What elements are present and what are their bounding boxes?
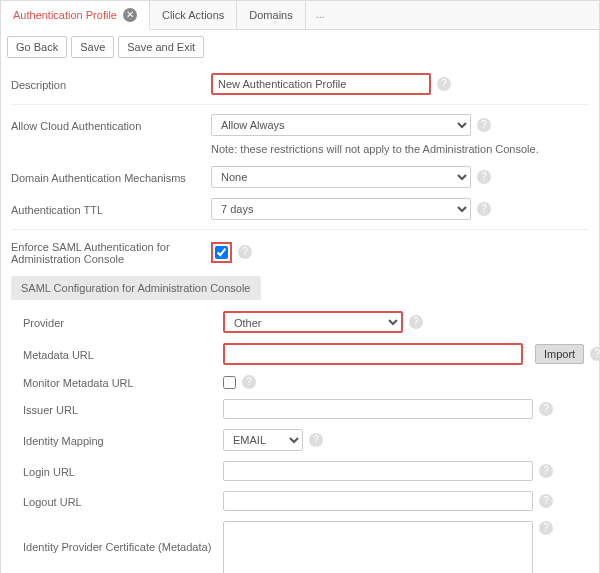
close-icon[interactable]: ✕ (123, 8, 137, 22)
help-icon[interactable]: ? (590, 347, 600, 361)
label-domain-auth-mech: Domain Authentication Mechanisms (11, 170, 211, 184)
identity-mapping-select[interactable]: EMAIL (223, 429, 303, 451)
help-icon[interactable]: ? (238, 245, 252, 259)
label-identity-mapping: Identity Mapping (23, 433, 223, 447)
tab-domains[interactable]: Domains (237, 1, 305, 29)
description-input[interactable] (211, 73, 431, 95)
help-icon[interactable]: ? (539, 521, 553, 535)
label-monitor-metadata-url: Monitor Metadata URL (23, 375, 223, 389)
provider-select[interactable]: Other (223, 311, 403, 333)
label-login-url: Login URL (23, 464, 223, 478)
label-metadata-url: Metadata URL (23, 347, 223, 361)
tab-click-actions[interactable]: Click Actions (150, 1, 237, 29)
monitor-metadata-url-checkbox[interactable] (223, 376, 236, 389)
tab-label: Domains (249, 9, 292, 21)
label-description: Description (11, 77, 211, 91)
save-button[interactable]: Save (71, 36, 114, 58)
help-icon[interactable]: ? (477, 202, 491, 216)
help-icon[interactable]: ? (309, 433, 323, 447)
enforce-saml-highlight (211, 242, 232, 263)
domain-auth-mech-select[interactable]: None (211, 166, 471, 188)
auth-ttl-select[interactable]: 7 days (211, 198, 471, 220)
saml-config-header: SAML Configuration for Administration Co… (11, 276, 261, 300)
tab-bar: Authentication Profile ✕ Click Actions D… (1, 1, 599, 30)
label-logout-url: Logout URL (23, 494, 223, 508)
help-icon[interactable]: ? (539, 494, 553, 508)
import-button[interactable]: Import (535, 344, 584, 364)
tab-label: Authentication Profile (13, 9, 117, 21)
idp-cert-textarea[interactable] (223, 521, 533, 573)
save-and-exit-button[interactable]: Save and Exit (118, 36, 204, 58)
tab-authentication-profile[interactable]: Authentication Profile ✕ (1, 1, 150, 30)
enforce-saml-checkbox[interactable] (215, 246, 228, 259)
help-icon[interactable]: ? (409, 315, 423, 329)
help-icon[interactable]: ? (477, 170, 491, 184)
allow-cloud-auth-select[interactable]: Allow Always (211, 114, 471, 136)
go-back-button[interactable]: Go Back (7, 36, 67, 58)
label-idp-cert: Identity Provider Certificate (Metadata) (23, 521, 223, 553)
help-icon[interactable]: ? (477, 118, 491, 132)
metadata-url-input[interactable] (223, 343, 523, 365)
form-area: Description ? Allow Cloud Authentication… (1, 64, 599, 573)
label-allow-cloud-auth: Allow Cloud Authentication (11, 118, 211, 132)
help-icon[interactable]: ? (437, 77, 451, 91)
label-auth-ttl: Authentication TTL (11, 202, 211, 216)
cloud-auth-note: Note: these restrictions will not apply … (211, 141, 589, 161)
tab-more[interactable]: ... (306, 1, 335, 29)
saml-config-block: Provider Other ? Metadata URL Import ? (23, 306, 589, 573)
toolbar: Go Back Save Save and Exit (1, 30, 599, 64)
tab-label: Click Actions (162, 9, 224, 21)
label-provider: Provider (23, 315, 223, 329)
label-issuer-url: Issuer URL (23, 402, 223, 416)
logout-url-input[interactable] (223, 491, 533, 511)
login-url-input[interactable] (223, 461, 533, 481)
help-icon[interactable]: ? (539, 402, 553, 416)
main-panel: Authentication Profile ✕ Click Actions D… (0, 0, 600, 573)
label-enforce-saml: Enforce SAML Authentication for Administ… (11, 239, 211, 265)
help-icon[interactable]: ? (539, 464, 553, 478)
help-icon[interactable]: ? (242, 375, 256, 389)
issuer-url-input[interactable] (223, 399, 533, 419)
